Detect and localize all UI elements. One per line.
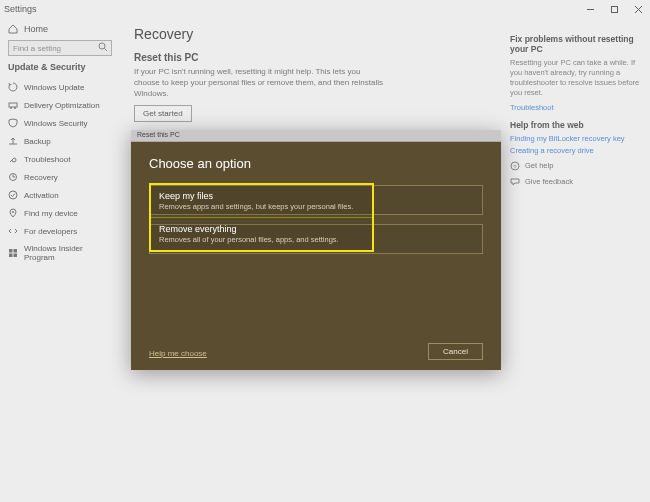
- sidebar-item-label: Recovery: [24, 173, 58, 182]
- svg-text:?: ?: [513, 163, 517, 169]
- insider-icon: [8, 248, 18, 258]
- sidebar-item-troubleshoot[interactable]: Troubleshoot: [8, 150, 112, 168]
- activation-icon: [8, 190, 18, 200]
- sidebar-item-label: Activation: [24, 191, 59, 200]
- remove-everything-title: Remove everything: [159, 224, 364, 234]
- shield-icon: [8, 118, 18, 128]
- backup-icon: [8, 136, 18, 146]
- cancel-button[interactable]: Cancel: [428, 343, 483, 360]
- sidebar-section-header: Update & Security: [8, 62, 112, 72]
- page-title: Recovery: [134, 26, 486, 42]
- troubleshoot-link[interactable]: Troubleshoot: [510, 103, 640, 112]
- svg-point-14: [12, 211, 14, 213]
- sidebar-item-label: Troubleshoot: [24, 155, 70, 164]
- reset-pc-dialog: Reset this PC Choose an option Keep my f…: [131, 130, 501, 370]
- get-help-link[interactable]: ? Get help: [510, 161, 640, 171]
- sidebar-home-label: Home: [24, 24, 48, 34]
- recovery-drive-link[interactable]: Creating a recovery drive: [510, 146, 640, 155]
- keep-my-files-option[interactable]: Keep my files Removes apps and settings,…: [151, 185, 372, 218]
- dialog-tab-strip: Reset this PC: [131, 130, 501, 142]
- svg-point-4: [99, 43, 105, 49]
- give-feedback-link[interactable]: Give feedback: [510, 177, 640, 187]
- svg-rect-16: [14, 249, 18, 253]
- svg-point-7: [10, 107, 12, 109]
- svg-point-13: [9, 191, 17, 199]
- keep-files-desc: Removes apps and settings, but keeps you…: [159, 202, 364, 211]
- fix-problems-heading: Fix problems without resetting your PC: [510, 34, 640, 54]
- recovery-icon: [8, 172, 18, 182]
- svg-rect-17: [9, 254, 13, 258]
- sidebar-item-activation[interactable]: Activation: [8, 186, 112, 204]
- remove-everything-option[interactable]: Remove everything Removes all of your pe…: [151, 218, 372, 250]
- dialog-title: Choose an option: [149, 156, 483, 171]
- fix-problems-desc: Resetting your PC can take a while. If y…: [510, 58, 640, 99]
- svg-rect-1: [611, 6, 617, 12]
- help-me-choose-link[interactable]: Help me choose: [149, 349, 207, 358]
- window-title: Settings: [4, 4, 37, 14]
- sidebar-item-label: Windows Security: [24, 119, 88, 128]
- get-started-button[interactable]: Get started: [134, 105, 192, 122]
- remove-everything-desc: Removes all of your personal files, apps…: [159, 235, 364, 244]
- sidebar-item-label: Backup: [24, 137, 51, 146]
- sidebar-item-label: Find my device: [24, 209, 78, 218]
- feedback-icon: [510, 177, 520, 187]
- search-icon: [98, 42, 109, 53]
- delivery-icon: [8, 100, 18, 110]
- svg-rect-18: [14, 254, 18, 258]
- troubleshoot-icon: [8, 154, 18, 164]
- right-panel: Fix problems without resetting your PC R…: [500, 18, 650, 502]
- svg-rect-6: [9, 103, 17, 107]
- titlebar: Settings: [0, 0, 650, 18]
- svg-line-9: [10, 160, 12, 162]
- give-feedback-label: Give feedback: [525, 177, 573, 186]
- bitlocker-link[interactable]: Finding my BitLocker recovery key: [510, 134, 640, 143]
- sidebar-item-find-my-device[interactable]: Find my device: [8, 204, 112, 222]
- sidebar-item-for-developers[interactable]: For developers: [8, 222, 112, 240]
- svg-point-8: [14, 107, 16, 109]
- get-help-label: Get help: [525, 161, 553, 170]
- svg-rect-15: [9, 249, 13, 253]
- search-container: [8, 40, 112, 56]
- close-button[interactable]: [626, 0, 650, 18]
- reset-pc-desc: If your PC isn't running well, resetting…: [134, 67, 384, 99]
- help-icon: ?: [510, 161, 520, 171]
- dialog-tab-label: Reset this PC: [137, 131, 180, 138]
- sidebar-home[interactable]: Home: [8, 24, 112, 34]
- sidebar-item-delivery-optimization[interactable]: Delivery Optimization: [8, 96, 112, 114]
- sidebar-item-label: Windows Update: [24, 83, 84, 92]
- find-icon: [8, 208, 18, 218]
- maximize-button[interactable]: [602, 0, 626, 18]
- sidebar-item-label: Windows Insider Program: [24, 244, 112, 262]
- dev-icon: [8, 226, 18, 236]
- sidebar-item-windows-security[interactable]: Windows Security: [8, 114, 112, 132]
- sidebar: Home Update & Security Windows UpdateDel…: [0, 18, 120, 502]
- minimize-button[interactable]: [578, 0, 602, 18]
- sidebar-item-label: For developers: [24, 227, 77, 236]
- sidebar-item-label: Delivery Optimization: [24, 101, 100, 110]
- reset-pc-heading: Reset this PC: [134, 52, 486, 63]
- sidebar-item-windows-insider-program[interactable]: Windows Insider Program: [8, 240, 112, 266]
- home-icon: [8, 24, 18, 34]
- sidebar-item-recovery[interactable]: Recovery: [8, 168, 112, 186]
- keep-files-title: Keep my files: [159, 191, 364, 201]
- svg-line-5: [104, 48, 107, 51]
- sync-icon: [8, 82, 18, 92]
- sidebar-item-backup[interactable]: Backup: [8, 132, 112, 150]
- search-input[interactable]: [8, 40, 112, 56]
- help-web-heading: Help from the web: [510, 120, 640, 130]
- sidebar-item-windows-update[interactable]: Windows Update: [8, 78, 112, 96]
